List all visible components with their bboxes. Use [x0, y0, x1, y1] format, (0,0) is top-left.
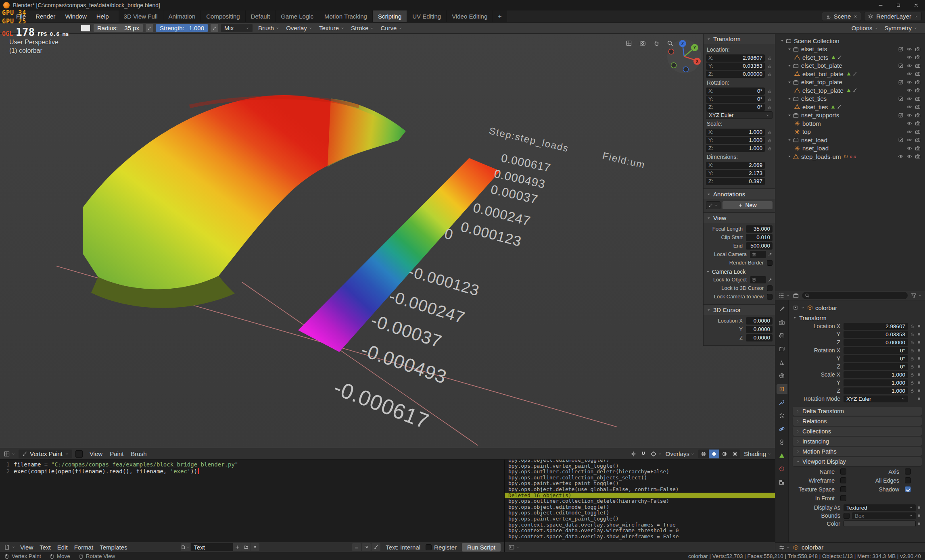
properties-section[interactable]: Instancing	[793, 437, 922, 446]
hide-eye-icon[interactable]	[906, 104, 912, 110]
disable-render-icon[interactable]	[915, 54, 921, 60]
camera-lock-subpanel[interactable]: Camera Lock	[706, 269, 773, 275]
hide-eye-icon[interactable]	[906, 79, 912, 85]
outliner-row-object[interactable]: step_loads-um a a	[775, 152, 925, 161]
outliner-row-collection[interactable]: nset_load	[775, 136, 925, 144]
tool-popover[interactable]: Symmetry	[882, 25, 921, 31]
animate-dot[interactable]	[916, 365, 922, 368]
outliner-row-object[interactable]: top	[775, 128, 925, 136]
panel-header-view[interactable]: View	[704, 213, 775, 223]
workspace-tab[interactable]: Scripting	[373, 10, 407, 22]
disable-render-icon[interactable]	[915, 112, 921, 118]
menu-item[interactable]: Help	[92, 13, 114, 20]
property-row[interactable]: Z 0°	[793, 363, 922, 370]
outliner-row-collection[interactable]: elset_bot_plate	[775, 62, 925, 70]
workspace-tab[interactable]: Default	[246, 10, 276, 22]
focal-length-field[interactable]: Focal Length35.000	[706, 225, 773, 233]
shading-wireframe-button[interactable]	[698, 450, 709, 458]
viewport-menu[interactable]: View	[86, 450, 106, 457]
outliner-row-object[interactable]: elset_tets	[775, 53, 925, 62]
texture-space-checkbox[interactable]: Texture Space	[793, 485, 857, 493]
tool-popover[interactable]: Texture	[316, 25, 347, 31]
outliner-row-object[interactable]: elset_bot_plate	[775, 70, 925, 78]
object-browse-icon[interactable]	[793, 305, 798, 310]
text-editor-menu[interactable]: Edit	[54, 544, 71, 551]
shading-lookdev-button[interactable]	[719, 450, 730, 458]
overlays-popover[interactable]: Overlays	[666, 450, 695, 457]
tool-popover[interactable]: Overlay	[283, 25, 315, 31]
property-row[interactable]: Y 0.03353	[793, 331, 922, 338]
lock-icon[interactable]	[767, 146, 772, 151]
perspective-toggle-icon[interactable]	[624, 39, 633, 48]
property-row[interactable]: Rotation X 0°	[793, 347, 922, 354]
brush-color-swatch[interactable]	[81, 24, 91, 32]
all-edges-checkbox[interactable]: All Edges	[857, 477, 922, 484]
text-datablock-name[interactable]: Text	[191, 543, 233, 551]
code-line[interactable]: 1 filename = "C:/compas/compas_fea/examp…	[0, 461, 504, 468]
exclude-checkbox-icon[interactable]	[898, 63, 904, 69]
outliner-row-collection[interactable]: elset_ties	[775, 95, 925, 103]
cursor-location-z-field[interactable]: Z0.0000	[706, 334, 773, 341]
gizmo-y-neg[interactable]	[671, 63, 677, 68]
tab-texture[interactable]	[777, 477, 787, 487]
hide-eye-icon[interactable]	[898, 154, 904, 159]
workspace-tab[interactable]: Game Logic	[276, 10, 319, 22]
navigation-gizmo[interactable]: Z Y X	[665, 37, 704, 76]
hide-eye-icon[interactable]	[906, 121, 912, 126]
eyedropper-icon[interactable]	[768, 252, 773, 257]
section-transform[interactable]: Transform	[793, 313, 922, 323]
exclude-checkbox-icon[interactable]	[898, 112, 904, 118]
tab-render[interactable]	[777, 318, 787, 327]
animate-dot[interactable]	[916, 514, 922, 517]
tool-popover[interactable]: Stroke	[348, 25, 377, 31]
disable-render-icon[interactable]	[915, 104, 921, 110]
code-line[interactable]: 2 exec(compile(open(filename).read(), fi…	[0, 468, 504, 475]
outliner-row-collection[interactable]: nset_supports	[775, 111, 925, 120]
animate-dot[interactable]	[916, 341, 922, 343]
tab-physics[interactable]	[777, 424, 787, 434]
properties-section[interactable]: Motion Paths	[793, 447, 922, 456]
new-text-button[interactable]	[233, 543, 242, 551]
lock-icon[interactable]	[910, 324, 915, 329]
properties-section[interactable]: Relations	[793, 417, 922, 426]
unlink-text-button[interactable]	[251, 543, 259, 551]
brush-thumbnail[interactable]	[75, 450, 83, 458]
tab-object-data[interactable]	[777, 451, 787, 460]
dimensions-x-field[interactable]: X:2.069	[706, 161, 773, 169]
lock-icon[interactable]	[910, 380, 915, 385]
add-workspace-button[interactable]: +	[493, 10, 507, 22]
tab-scene[interactable]	[777, 358, 787, 367]
color-row[interactable]: Color	[793, 520, 922, 527]
outliner-row-object[interactable]: elset_top_plate	[775, 86, 925, 95]
camera-view-icon[interactable]	[638, 39, 647, 48]
property-row[interactable]: Location X 2.98607	[793, 323, 922, 330]
register-checkbox[interactable]: Register	[426, 544, 457, 551]
exclude-checkbox-icon[interactable]	[898, 79, 904, 85]
unlink-layer-icon[interactable]	[914, 15, 918, 19]
exclude-checkbox-icon[interactable]	[898, 46, 904, 52]
tab-view-layer[interactable]	[777, 344, 787, 354]
lock-icon[interactable]	[767, 138, 772, 143]
word-wrap-toggle[interactable]	[362, 543, 371, 551]
object-color-swatch[interactable]	[844, 520, 916, 527]
clip-start-field[interactable]: Clip Start0.010	[706, 233, 773, 241]
tab-world[interactable]	[777, 371, 787, 381]
viewport-menu[interactable]: Paint	[106, 450, 127, 457]
hide-eye-icon[interactable]	[906, 54, 912, 60]
syntax-highlight-toggle[interactable]	[372, 543, 380, 551]
tool-popover[interactable]: Curve	[378, 25, 405, 31]
lock-icon[interactable]	[767, 105, 772, 110]
panel-header-annotations[interactable]: Annotations	[704, 189, 775, 199]
disable-render-icon[interactable]	[915, 87, 921, 93]
editor-type-button[interactable]	[4, 544, 15, 550]
hide-eye-icon[interactable]	[906, 71, 912, 77]
annotation-tool-button[interactable]	[706, 201, 720, 209]
lock-icon[interactable]	[910, 332, 915, 337]
disable-render-icon[interactable]	[915, 121, 921, 126]
lock-to-object-field[interactable]: Lock to Object	[706, 276, 773, 283]
animate-dot[interactable]	[916, 506, 922, 509]
workspace-tab[interactable]: Compositing	[201, 10, 245, 22]
workspace-tab[interactable]: Video Editing	[447, 10, 493, 22]
editor-type-button[interactable]	[508, 544, 520, 550]
text-editor-menu[interactable]: Format	[71, 544, 97, 551]
